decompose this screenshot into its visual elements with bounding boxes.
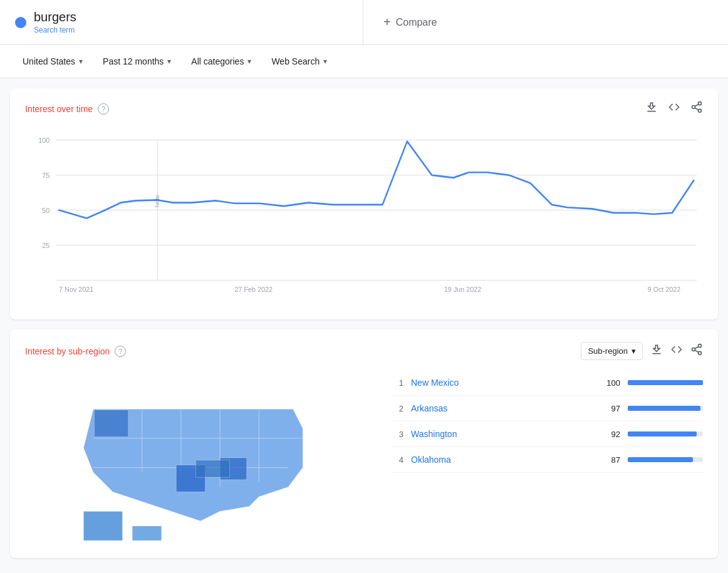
section-title-area-subregion: Interest by sub-region ?: [25, 346, 126, 357]
svg-point-0: [699, 102, 702, 105]
svg-text:7 Nov 2021: 7 Nov 2021: [59, 285, 93, 293]
svg-line-4: [695, 104, 699, 106]
subregion-selector[interactable]: Sub-region ▾: [581, 342, 643, 360]
section-header-time: Interest over time ?: [25, 101, 703, 116]
compare-label: Compare: [396, 17, 437, 28]
rank-bar: [628, 406, 700, 411]
svg-text:100: 100: [38, 136, 49, 144]
top-bar: burgers Search term + Compare: [0, 0, 728, 45]
chevron-down-icon: ▾: [79, 57, 83, 66]
svg-point-22: [699, 351, 702, 354]
svg-text:50: 50: [42, 206, 49, 214]
compare-plus-icon: +: [383, 15, 391, 29]
rank-name[interactable]: Washington: [411, 429, 594, 439]
us-map: [25, 370, 376, 545]
rank-value: 87: [601, 455, 620, 465]
line-chart: 100 75 50 25 Note 7 Nov 2021 27 Feb 2022…: [25, 126, 703, 302]
svg-text:75: 75: [42, 171, 49, 179]
svg-point-2: [699, 109, 702, 112]
rank-name[interactable]: Arkansas: [411, 403, 594, 413]
chart-area: 100 75 50 25 Note 7 Nov 2021 27 Feb 2022…: [25, 126, 703, 302]
share-icon[interactable]: [690, 101, 703, 116]
rank-number: 2: [391, 404, 403, 413]
section-title-area: Interest over time ?: [25, 103, 109, 115]
term-name: burgers: [34, 10, 76, 24]
interest-by-subregion-card: Interest by sub-region ? Sub-region ▾: [10, 329, 718, 558]
filter-timerange[interactable]: Past 12 months ▾: [95, 53, 179, 70]
filter-location[interactable]: United States ▾: [15, 53, 90, 70]
section-actions-time: [645, 101, 703, 116]
svg-text:27 Feb 2022: 27 Feb 2022: [234, 285, 273, 293]
ranking-row: 2 Arkansas 97: [391, 396, 703, 421]
term-type: Search term: [34, 26, 76, 34]
chevron-down-icon: ▾: [323, 57, 327, 66]
chevron-down-icon: ▾: [632, 346, 636, 356]
term-color-dot: [15, 17, 26, 28]
help-icon-subregion[interactable]: ?: [115, 346, 126, 357]
rank-name[interactable]: Oklahoma: [411, 455, 594, 465]
svg-text:19 Jun 2022: 19 Jun 2022: [444, 285, 481, 293]
help-icon-time[interactable]: ?: [98, 103, 109, 115]
svg-text:25: 25: [42, 241, 49, 249]
rank-bar: [628, 457, 693, 462]
ranking-row: 3 Washington 92: [391, 421, 703, 447]
filter-categories[interactable]: All categories ▾: [184, 53, 259, 70]
search-term-box: burgers Search term: [0, 0, 363, 44]
rank-bar: [628, 380, 703, 385]
svg-point-1: [692, 106, 695, 109]
map-svg: [25, 370, 376, 545]
filter-categories-label: All categories: [191, 56, 244, 66]
filter-timerange-label: Past 12 months: [103, 56, 164, 66]
embed-icon[interactable]: [668, 101, 680, 116]
download-icon-subregion[interactable]: [650, 343, 663, 359]
download-icon[interactable]: [645, 101, 658, 116]
subregion-selector-label: Sub-region: [588, 346, 628, 356]
svg-rect-34: [195, 460, 229, 477]
svg-text:9 Oct 2022: 9 Oct 2022: [647, 285, 680, 293]
svg-line-24: [695, 346, 699, 348]
subregion-content: 1 New Mexico 100 2 Arkansas 97 3: [25, 370, 703, 545]
rank-bar-wrap: [628, 380, 703, 385]
section-title-time: Interest over time: [25, 104, 93, 114]
term-info: burgers Search term: [34, 10, 76, 34]
rank-name[interactable]: New Mexico: [411, 378, 594, 388]
rank-bar-wrap: [628, 457, 703, 462]
svg-point-20: [699, 344, 702, 348]
svg-point-21: [692, 348, 695, 351]
svg-line-3: [695, 108, 699, 110]
filters-bar: United States ▾ Past 12 months ▾ All cat…: [0, 45, 728, 78]
compare-box[interactable]: + Compare: [363, 0, 457, 44]
filter-searchtype-label: Web Search: [271, 56, 320, 66]
rank-value: 100: [601, 378, 620, 388]
rank-value: 92: [601, 430, 620, 439]
filter-searchtype[interactable]: Web Search ▾: [264, 53, 335, 70]
embed-icon-subregion[interactable]: [670, 343, 683, 359]
interest-over-time-card: Interest over time ?: [10, 88, 718, 319]
subregion-header-right: Sub-region ▾: [581, 342, 703, 360]
rank-value: 97: [601, 404, 620, 413]
rank-bar-wrap: [628, 431, 703, 436]
section-title-subregion: Interest by sub-region: [25, 346, 110, 356]
rank-bar: [628, 431, 697, 436]
svg-rect-33: [94, 410, 128, 437]
ranking-row: 1 New Mexico 100: [391, 370, 703, 396]
filter-location-label: United States: [23, 56, 75, 66]
main-content: Interest over time ?: [0, 78, 728, 568]
share-icon-subregion[interactable]: [690, 343, 703, 359]
rank-number: 4: [391, 455, 403, 465]
ranking-row: 4 Oklahoma 87: [391, 447, 703, 473]
chevron-down-icon: ▾: [247, 57, 251, 66]
section-header-subregion: Interest by sub-region ? Sub-region ▾: [25, 342, 703, 360]
rank-bar-wrap: [628, 406, 703, 411]
chevron-down-icon: ▾: [167, 57, 171, 66]
rank-number: 3: [391, 430, 403, 439]
svg-line-23: [695, 350, 699, 352]
rank-number: 1: [391, 378, 403, 388]
rankings-area: 1 New Mexico 100 2 Arkansas 97 3: [391, 370, 703, 545]
